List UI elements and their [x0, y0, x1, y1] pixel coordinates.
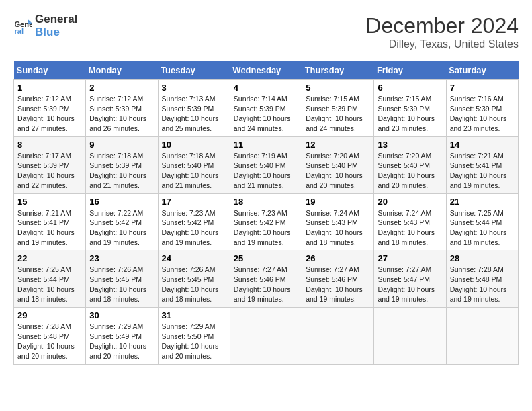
cell-info: Sunrise: 7:28 AMSunset: 5:48 PMDaylight:… — [450, 265, 507, 303]
day-number: 20 — [378, 197, 442, 207]
day-number: 2 — [89, 83, 154, 93]
cell-info: Sunrise: 7:29 AMSunset: 5:49 PMDaylight:… — [89, 322, 146, 360]
calendar-table: SundayMondayTuesdayWednesdayThursdayFrid… — [13, 61, 519, 365]
day-number: 12 — [306, 140, 370, 150]
calendar-cell: 14Sunrise: 7:21 AMSunset: 5:41 PMDayligh… — [446, 136, 518, 193]
cell-info: Sunrise: 7:26 AMSunset: 5:45 PMDaylight:… — [89, 265, 146, 303]
cell-info: Sunrise: 7:24 AMSunset: 5:43 PMDaylight:… — [306, 209, 363, 246]
day-header-tuesday: Tuesday — [158, 61, 230, 80]
calendar-cell — [302, 308, 374, 365]
day-number: 25 — [234, 253, 298, 263]
day-number: 24 — [162, 253, 226, 263]
logo: Gene ral General Blue — [13, 13, 77, 38]
calendar-cell: 9Sunrise: 7:18 AMSunset: 5:39 PMDaylight… — [86, 136, 158, 193]
month-title: December 2024 — [365, 13, 519, 38]
cell-info: Sunrise: 7:19 AMSunset: 5:40 PMDaylight:… — [234, 152, 291, 189]
calendar-week-4: 29Sunrise: 7:28 AMSunset: 5:48 PMDayligh… — [14, 308, 519, 365]
logo-text-line2: Blue — [35, 26, 77, 39]
calendar-cell — [374, 308, 446, 365]
cell-info: Sunrise: 7:16 AMSunset: 5:39 PMDaylight:… — [450, 95, 507, 132]
calendar-cell: 5Sunrise: 7:15 AMSunset: 5:39 PMDaylight… — [302, 80, 374, 137]
cell-info: Sunrise: 7:27 AMSunset: 5:46 PMDaylight:… — [306, 265, 363, 303]
calendar-cell: 12Sunrise: 7:20 AMSunset: 5:40 PMDayligh… — [302, 136, 374, 193]
day-number: 26 — [306, 253, 370, 263]
calendar-cell — [230, 308, 302, 365]
title-area: December 2024 Dilley, Texas, United Stat… — [365, 13, 519, 50]
day-header-saturday: Saturday — [446, 61, 518, 80]
calendar-cell: 15Sunrise: 7:21 AMSunset: 5:41 PMDayligh… — [14, 193, 86, 250]
day-header-monday: Monday — [86, 61, 158, 80]
calendar-cell: 25Sunrise: 7:27 AMSunset: 5:46 PMDayligh… — [230, 250, 302, 308]
day-number: 5 — [306, 83, 370, 93]
calendar-cell: 19Sunrise: 7:24 AMSunset: 5:43 PMDayligh… — [302, 193, 374, 250]
cell-info: Sunrise: 7:18 AMSunset: 5:39 PMDaylight:… — [89, 152, 146, 189]
calendar-cell: 1Sunrise: 7:12 AMSunset: 5:39 PMDaylight… — [14, 80, 86, 137]
cell-info: Sunrise: 7:25 AMSunset: 5:44 PMDaylight:… — [450, 209, 507, 246]
day-header-wednesday: Wednesday — [230, 61, 302, 80]
calendar-cell: 20Sunrise: 7:24 AMSunset: 5:43 PMDayligh… — [374, 193, 446, 250]
day-number: 21 — [450, 197, 515, 207]
calendar-cell: 30Sunrise: 7:29 AMSunset: 5:49 PMDayligh… — [86, 308, 158, 365]
cell-info: Sunrise: 7:24 AMSunset: 5:43 PMDaylight:… — [378, 209, 435, 246]
calendar-cell: 10Sunrise: 7:18 AMSunset: 5:40 PMDayligh… — [158, 136, 230, 193]
cell-info: Sunrise: 7:12 AMSunset: 5:39 PMDaylight:… — [89, 95, 146, 132]
cell-info: Sunrise: 7:12 AMSunset: 5:39 PMDaylight:… — [17, 95, 75, 132]
svg-text:ral: ral — [14, 27, 24, 35]
day-number: 9 — [89, 140, 154, 150]
day-number: 4 — [234, 83, 298, 93]
cell-info: Sunrise: 7:28 AMSunset: 5:48 PMDaylight:… — [17, 322, 75, 360]
day-number: 29 — [17, 310, 82, 320]
logo-icon: Gene ral — [13, 17, 32, 36]
calendar-cell: 11Sunrise: 7:19 AMSunset: 5:40 PMDayligh… — [230, 136, 302, 193]
calendar-cell: 24Sunrise: 7:26 AMSunset: 5:45 PMDayligh… — [158, 250, 230, 308]
day-number: 7 — [450, 83, 515, 93]
cell-info: Sunrise: 7:17 AMSunset: 5:39 PMDaylight:… — [17, 152, 75, 189]
day-number: 10 — [162, 140, 226, 150]
calendar-cell: 21Sunrise: 7:25 AMSunset: 5:44 PMDayligh… — [446, 193, 518, 250]
cell-info: Sunrise: 7:18 AMSunset: 5:40 PMDaylight:… — [162, 152, 219, 189]
day-number: 8 — [17, 140, 82, 150]
header: Gene ral General Blue December 2024 Dill… — [13, 13, 519, 50]
cell-info: Sunrise: 7:23 AMSunset: 5:42 PMDaylight:… — [234, 209, 291, 246]
calendar-week-1: 8Sunrise: 7:17 AMSunset: 5:39 PMDaylight… — [14, 136, 519, 193]
day-header-friday: Friday — [374, 61, 446, 80]
cell-info: Sunrise: 7:29 AMSunset: 5:50 PMDaylight:… — [162, 322, 219, 360]
calendar-cell: 2Sunrise: 7:12 AMSunset: 5:39 PMDaylight… — [86, 80, 158, 137]
location: Dilley, Texas, United States — [365, 38, 519, 50]
day-number: 30 — [89, 310, 154, 320]
calendar-week-2: 15Sunrise: 7:21 AMSunset: 5:41 PMDayligh… — [14, 193, 519, 250]
day-number: 23 — [89, 253, 154, 263]
day-header-thursday: Thursday — [302, 61, 374, 80]
day-number: 19 — [306, 197, 370, 207]
day-header-sunday: Sunday — [14, 61, 86, 80]
day-number: 28 — [450, 253, 515, 263]
cell-info: Sunrise: 7:27 AMSunset: 5:46 PMDaylight:… — [234, 265, 291, 303]
day-number: 18 — [234, 197, 298, 207]
cell-info: Sunrise: 7:27 AMSunset: 5:47 PMDaylight:… — [378, 265, 435, 303]
logo-text-line1: General — [35, 13, 77, 26]
calendar-cell: 17Sunrise: 7:23 AMSunset: 5:42 PMDayligh… — [158, 193, 230, 250]
calendar-week-0: 1Sunrise: 7:12 AMSunset: 5:39 PMDaylight… — [14, 80, 519, 137]
calendar-cell: 31Sunrise: 7:29 AMSunset: 5:50 PMDayligh… — [158, 308, 230, 365]
cell-info: Sunrise: 7:21 AMSunset: 5:41 PMDaylight:… — [17, 209, 75, 246]
day-number: 3 — [162, 83, 226, 93]
calendar-cell: 16Sunrise: 7:22 AMSunset: 5:42 PMDayligh… — [86, 193, 158, 250]
cell-info: Sunrise: 7:21 AMSunset: 5:41 PMDaylight:… — [450, 152, 507, 189]
cell-info: Sunrise: 7:23 AMSunset: 5:42 PMDaylight:… — [162, 209, 219, 246]
calendar-cell: 22Sunrise: 7:25 AMSunset: 5:44 PMDayligh… — [14, 250, 86, 308]
cell-info: Sunrise: 7:15 AMSunset: 5:39 PMDaylight:… — [306, 95, 363, 132]
calendar-cell: 28Sunrise: 7:28 AMSunset: 5:48 PMDayligh… — [446, 250, 518, 308]
calendar-cell: 3Sunrise: 7:13 AMSunset: 5:39 PMDaylight… — [158, 80, 230, 137]
calendar-cell: 26Sunrise: 7:27 AMSunset: 5:46 PMDayligh… — [302, 250, 374, 308]
calendar-cell: 27Sunrise: 7:27 AMSunset: 5:47 PMDayligh… — [374, 250, 446, 308]
calendar-cell: 6Sunrise: 7:15 AMSunset: 5:39 PMDaylight… — [374, 80, 446, 137]
day-number: 17 — [162, 197, 226, 207]
cell-info: Sunrise: 7:13 AMSunset: 5:39 PMDaylight:… — [162, 95, 219, 132]
calendar-cell: 23Sunrise: 7:26 AMSunset: 5:45 PMDayligh… — [86, 250, 158, 308]
calendar-cell: 4Sunrise: 7:14 AMSunset: 5:39 PMDaylight… — [230, 80, 302, 137]
day-number: 31 — [162, 310, 226, 320]
day-number: 6 — [378, 83, 442, 93]
day-number: 14 — [450, 140, 515, 150]
calendar-week-3: 22Sunrise: 7:25 AMSunset: 5:44 PMDayligh… — [14, 250, 519, 308]
cell-info: Sunrise: 7:15 AMSunset: 5:39 PMDaylight:… — [378, 95, 435, 132]
